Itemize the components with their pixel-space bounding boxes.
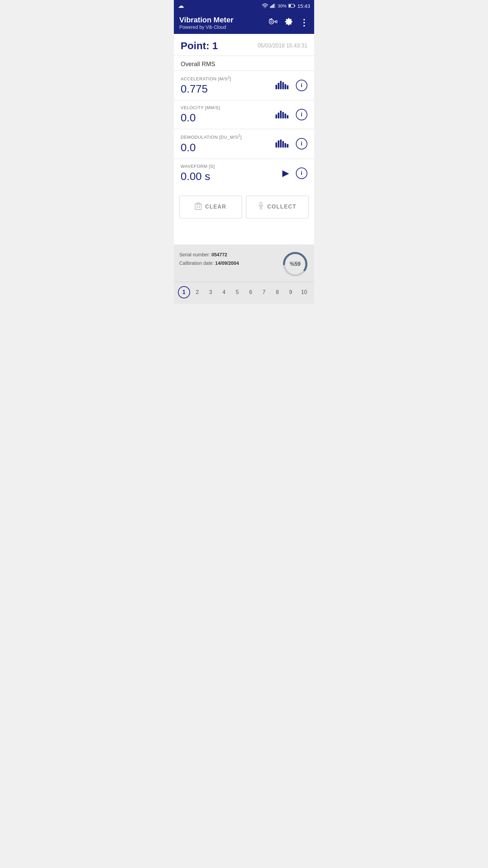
acceleration-actions: i bbox=[275, 79, 307, 93]
app-title: Vibration Meter bbox=[179, 16, 263, 24]
collect-label: COLLECT bbox=[267, 204, 296, 210]
svg-rect-30 bbox=[278, 140, 280, 147]
page-num-4[interactable]: 4 bbox=[218, 286, 230, 298]
calibration-value: 14/09/2004 bbox=[215, 260, 239, 266]
svg-rect-40 bbox=[260, 202, 262, 206]
circular-progress: %59 bbox=[282, 251, 309, 278]
settings-icon[interactable] bbox=[285, 18, 293, 28]
motor-icon[interactable] bbox=[268, 18, 278, 27]
waveform-play-icon[interactable]: ▶ bbox=[282, 168, 289, 178]
clear-icon bbox=[195, 202, 202, 212]
demodulation-label: DEMODULATION [du_m/s2] bbox=[181, 134, 275, 140]
svg-rect-1 bbox=[270, 6, 271, 8]
svg-rect-19 bbox=[280, 81, 282, 89]
svg-rect-27 bbox=[285, 114, 286, 118]
page-num-1[interactable]: 1 bbox=[178, 286, 190, 298]
waveform-text: WAVEFORM [s] 0.00 s bbox=[181, 164, 282, 183]
velocity-info-button[interactable]: i bbox=[296, 109, 307, 120]
footer: Serial number: 054772 Calibration date: … bbox=[174, 244, 314, 282]
serial-info: Serial number: 054772 Calibration date: … bbox=[179, 251, 239, 268]
svg-rect-2 bbox=[271, 5, 272, 8]
page-numbers: 12345678910 bbox=[174, 282, 314, 304]
demodulation-value: 0.0 bbox=[181, 141, 275, 154]
acceleration-label: ACCELERATION [m/s2] bbox=[181, 76, 275, 81]
overall-rms-label: Overall RMS bbox=[174, 56, 314, 71]
waveform-row: WAVEFORM [s] 0.00 s ▶ i bbox=[174, 159, 314, 188]
battery-icon bbox=[288, 4, 295, 8]
main-content: Point: 1 05/03/2018 15:43:31 Overall RMS… bbox=[174, 34, 314, 244]
page-num-2[interactable]: 2 bbox=[191, 286, 203, 298]
svg-rect-23 bbox=[276, 115, 277, 118]
svg-rect-28 bbox=[287, 115, 288, 119]
time-display: 15:43 bbox=[297, 3, 310, 9]
svg-rect-24 bbox=[278, 113, 280, 118]
svg-rect-20 bbox=[282, 82, 284, 89]
battery-text: 30% bbox=[278, 3, 286, 8]
demodulation-row: DEMODULATION [du_m/s2] 0.0 i bbox=[174, 129, 314, 158]
status-bar: ☁ 30% 15:43 bbox=[174, 0, 314, 12]
demodulation-actions: i bbox=[275, 137, 307, 151]
acceleration-value: 0.775 bbox=[181, 83, 275, 95]
svg-rect-4 bbox=[273, 4, 274, 8]
point-timestamp: 05/03/2018 15:43:31 bbox=[258, 43, 307, 49]
point-header: Point: 1 05/03/2018 15:43:31 bbox=[174, 34, 314, 56]
svg-rect-29 bbox=[276, 142, 277, 147]
acceleration-text: ACCELERATION [m/s2] 0.775 bbox=[181, 76, 275, 95]
collect-button[interactable]: COLLECT bbox=[246, 196, 309, 218]
serial-value: 054772 bbox=[211, 252, 227, 257]
page-num-6[interactable]: 6 bbox=[245, 286, 257, 298]
point-title: Point: 1 bbox=[181, 40, 218, 52]
page-num-8[interactable]: 8 bbox=[271, 286, 283, 298]
page-num-7[interactable]: 7 bbox=[258, 286, 270, 298]
svg-rect-18 bbox=[278, 83, 280, 89]
title-section: Vibration Meter Powered by Vib Cloud bbox=[179, 16, 263, 30]
velocity-text: VELOCITY [mm/s] 0.0 bbox=[181, 105, 275, 124]
svg-point-10 bbox=[270, 21, 272, 22]
velocity-chart-icon[interactable] bbox=[275, 108, 289, 122]
svg-rect-26 bbox=[282, 112, 284, 118]
demodulation-text: DEMODULATION [du_m/s2] 0.0 bbox=[181, 134, 275, 154]
collect-icon bbox=[258, 202, 264, 212]
waveform-label: WAVEFORM [s] bbox=[181, 164, 282, 169]
svg-rect-3 bbox=[272, 5, 273, 8]
demodulation-info-button[interactable]: i bbox=[296, 138, 307, 150]
svg-rect-33 bbox=[285, 143, 286, 147]
svg-rect-39 bbox=[197, 203, 200, 204]
svg-rect-32 bbox=[282, 141, 284, 147]
page-num-9[interactable]: 9 bbox=[285, 286, 297, 298]
svg-point-9 bbox=[269, 19, 274, 24]
acceleration-row: ACCELERATION [m/s2] 0.775 i bbox=[174, 71, 314, 100]
cloud-icon: ☁ bbox=[178, 2, 184, 9]
waveform-actions: ▶ i bbox=[282, 167, 307, 179]
buttons-area: CLEAR COLLECT bbox=[174, 188, 314, 226]
demodulation-chart-icon[interactable] bbox=[275, 137, 289, 151]
svg-point-16 bbox=[271, 18, 272, 19]
velocity-label: VELOCITY [mm/s] bbox=[181, 105, 275, 110]
page-num-10[interactable]: 10 bbox=[298, 286, 310, 298]
app-actions: ⋮ bbox=[268, 18, 309, 28]
svg-rect-22 bbox=[287, 85, 288, 89]
clear-button[interactable]: CLEAR bbox=[179, 196, 242, 218]
svg-rect-34 bbox=[287, 144, 288, 148]
svg-rect-8 bbox=[289, 5, 291, 7]
svg-rect-21 bbox=[285, 84, 286, 89]
svg-rect-17 bbox=[276, 85, 277, 89]
svg-point-0 bbox=[265, 7, 265, 8]
waveform-info-button[interactable]: i bbox=[296, 167, 307, 179]
more-options-icon[interactable]: ⋮ bbox=[300, 18, 309, 28]
page-num-3[interactable]: 3 bbox=[204, 286, 217, 298]
acceleration-info-button[interactable]: i bbox=[296, 80, 307, 91]
clear-label: CLEAR bbox=[205, 204, 226, 210]
page-num-5[interactable]: 5 bbox=[231, 286, 243, 298]
svg-rect-25 bbox=[280, 111, 282, 118]
app-subtitle: Powered by Vib Cloud bbox=[179, 24, 263, 30]
svg-rect-35 bbox=[195, 204, 201, 210]
acceleration-chart-icon[interactable] bbox=[275, 79, 289, 93]
velocity-actions: i bbox=[275, 108, 307, 122]
waveform-value: 0.00 s bbox=[181, 170, 282, 183]
progress-label: %59 bbox=[290, 261, 301, 267]
wifi-icon bbox=[262, 3, 268, 8]
svg-rect-7 bbox=[294, 5, 296, 6]
svg-rect-5 bbox=[274, 4, 275, 8]
app-bar: Vibration Meter Powered by Vib Cloud ⋮ bbox=[174, 12, 314, 34]
